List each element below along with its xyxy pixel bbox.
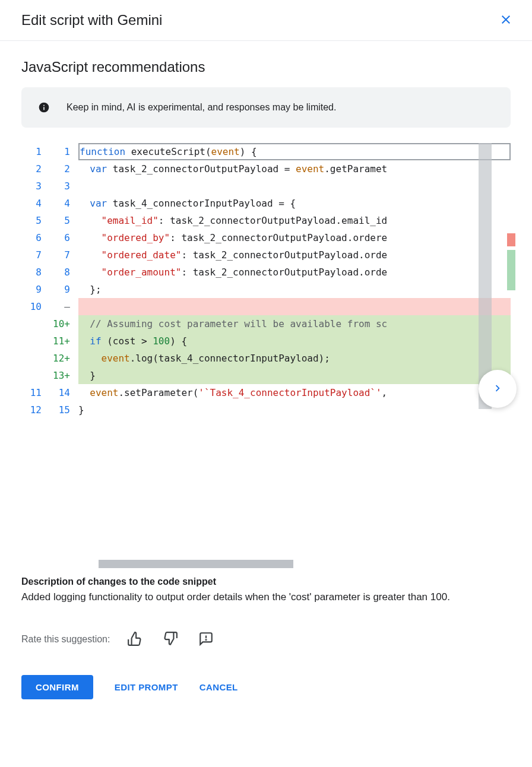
diff-row: 11+ if (cost > 100) {: [21, 332, 511, 350]
diff-row: 1215}: [21, 401, 511, 419]
diff-row: 99 };: [21, 281, 511, 298]
info-icon: [38, 102, 50, 113]
diff-row: 77 "ordered_date": task_2_connectorOutpu…: [21, 246, 511, 264]
description-label: Description of changes to the code snipp…: [21, 576, 511, 587]
diff-row: 10—: [21, 298, 511, 315]
section-title: JavaScript recommendations: [21, 59, 511, 75]
diff-row: 12+ event.log(task_4_connectorInputPaylo…: [21, 350, 511, 367]
edit-prompt-button[interactable]: EDIT PROMPT: [115, 682, 178, 692]
thumbs-down-button[interactable]: [160, 629, 181, 650]
diff-row: 55 "email_id": task_2_connectorOutputPay…: [21, 212, 511, 229]
feedback-icon: [198, 631, 214, 648]
chevron-right-icon: [491, 382, 504, 397]
horizontal-scrollbar[interactable]: [99, 560, 293, 568]
cancel-button[interactable]: CANCEL: [200, 682, 238, 692]
code-diff-viewer[interactable]: 11function executeScript(event) {22 var …: [21, 143, 511, 568]
thumbs-down-icon: [163, 631, 178, 648]
svg-point-1: [206, 639, 207, 640]
close-button[interactable]: [496, 11, 515, 30]
diff-row: 44 var task_4_connectorInputPayload = {: [21, 195, 511, 212]
diff-row: 13+ }: [21, 367, 511, 384]
diff-row: 22 var task_2_connectorOutputPayload = e…: [21, 160, 511, 178]
diff-row: 88 "order_amount": task_2_connectorOutpu…: [21, 264, 511, 281]
thumbs-up-button[interactable]: [124, 629, 145, 650]
description-text: Added logging functionality to output or…: [21, 589, 511, 605]
notice-text: Keep in mind, AI is experimental, and re…: [66, 102, 336, 113]
diff-row: 33: [21, 178, 511, 195]
close-icon: [499, 12, 513, 28]
diff-row: 11function executeScript(event) {: [21, 143, 511, 160]
ai-notice: Keep in mind, AI is experimental, and re…: [21, 87, 511, 128]
feedback-button[interactable]: [195, 629, 217, 650]
diff-row: 1114 event.setParameter('`Task_4_connect…: [21, 384, 511, 401]
dialog-title: Edit script with Gemini: [21, 12, 162, 28]
thumbs-up-icon: [127, 631, 142, 648]
diff-row: 10+ // Assuming cost parameter will be a…: [21, 315, 511, 332]
diff-row: 66 "ordered_by": task_2_connectorOutputP…: [21, 229, 511, 246]
confirm-button[interactable]: CONFIRM: [21, 675, 93, 699]
rate-label: Rate this suggestion:: [21, 634, 110, 645]
next-change-button[interactable]: [479, 370, 517, 408]
